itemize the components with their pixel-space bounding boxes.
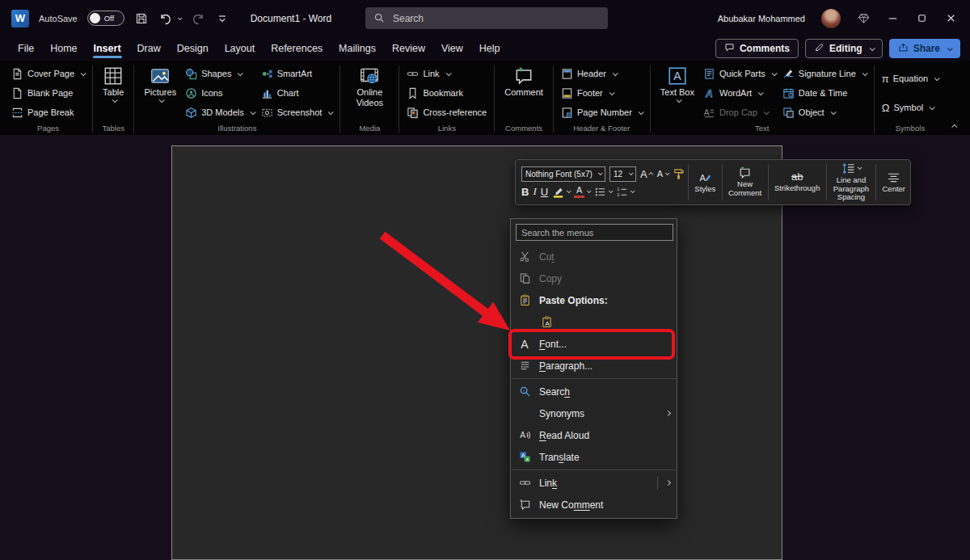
- line-spacing-button[interactable]: Line and Paragraph Spacing: [829, 160, 874, 204]
- avatar[interactable]: [821, 9, 841, 28]
- tab-layout[interactable]: Layout: [217, 38, 264, 59]
- tab-home[interactable]: Home: [42, 38, 85, 59]
- share-button[interactable]: Share: [889, 39, 960, 58]
- screenshot-button[interactable]: Screenshot: [258, 104, 336, 121]
- signature-line-icon: [782, 68, 795, 80]
- autosave-toggle[interactable]: Off: [87, 11, 124, 26]
- smartart-button[interactable]: SmartArt: [258, 65, 336, 82]
- svg-text:A: A: [545, 320, 550, 327]
- word-logo-icon[interactable]: W: [11, 10, 29, 27]
- menu-item-search[interactable]: i Search: [511, 381, 677, 402]
- close-button[interactable]: [944, 12, 957, 25]
- bold-button[interactable]: B: [521, 186, 529, 198]
- bullets-button[interactable]: [594, 186, 612, 198]
- gem-icon[interactable]: [857, 12, 870, 25]
- tab-view[interactable]: View: [433, 38, 471, 59]
- menu-separator: [512, 469, 676, 470]
- page-number-button[interactable]: Page Number: [558, 104, 646, 121]
- document-page[interactable]: [171, 145, 782, 560]
- highlight-color-button[interactable]: [552, 186, 570, 198]
- drop-cap-button[interactable]: A Drop Cap: [700, 104, 779, 121]
- menu-item-synonyms[interactable]: Synonyms: [511, 402, 677, 424]
- new-comment-button[interactable]: New Comment: [724, 160, 766, 204]
- shrink-font-button[interactable]: A: [657, 169, 668, 179]
- comment-button[interactable]: Comment: [499, 63, 549, 123]
- italic-button[interactable]: I: [533, 185, 536, 198]
- comments-button[interactable]: Comments: [715, 39, 799, 58]
- tab-insert[interactable]: Insert: [86, 38, 129, 59]
- tab-draw[interactable]: Draw: [129, 38, 169, 59]
- undo-chevron-icon[interactable]: [178, 15, 183, 20]
- font-size-select[interactable]: 12: [609, 166, 636, 182]
- 3d-models-button[interactable]: 3D Models: [182, 104, 258, 121]
- menu-item-copy[interactable]: Copy: [511, 267, 677, 289]
- menu-item-link[interactable]: Link: [511, 472, 677, 494]
- quick-access-overflow-icon[interactable]: [215, 11, 230, 26]
- format-painter-icon[interactable]: [673, 168, 685, 180]
- group-links: Link Bookmark Cross-reference Links: [403, 63, 490, 135]
- blank-page-button[interactable]: Blank Page: [8, 85, 88, 102]
- document-title: Document1 - Word: [251, 13, 331, 24]
- quick-parts-button[interactable]: Quick Parts: [700, 65, 779, 82]
- cover-page-button[interactable]: Cover Page: [8, 65, 88, 82]
- menu-item-paragraph[interactable]: Paragraph...: [511, 355, 677, 377]
- redo-icon[interactable]: [191, 11, 205, 26]
- tab-help[interactable]: Help: [471, 38, 508, 59]
- font-color-button[interactable]: A: [574, 186, 590, 198]
- maximize-button[interactable]: [915, 12, 928, 25]
- numbering-button[interactable]: 12: [616, 186, 634, 198]
- date-time-button[interactable]: Date & Time: [779, 85, 870, 102]
- blank-page-icon: [11, 87, 23, 99]
- menu-item-font[interactable]: A Font...: [511, 333, 677, 355]
- object-icon: [782, 107, 795, 119]
- menu-item-translate[interactable]: Aa Translate: [511, 446, 677, 468]
- center-button[interactable]: Center: [878, 160, 911, 204]
- editing-button[interactable]: Editing: [805, 39, 883, 58]
- save-icon[interactable]: [134, 11, 149, 26]
- chart-button[interactable]: Chart: [258, 85, 336, 102]
- pictures-button[interactable]: Pictures: [138, 63, 182, 123]
- styles-button[interactable]: A Styles: [690, 160, 720, 204]
- group-illustrations: Pictures Shapes Icons 3D Models: [138, 63, 335, 135]
- online-videos-button[interactable]: Online Videos: [344, 63, 394, 123]
- group-comments: Comment Comments: [499, 63, 549, 135]
- symbol-button[interactable]: Ω Symbol: [879, 99, 942, 116]
- shapes-button[interactable]: Shapes: [182, 65, 258, 82]
- strikethrough-button[interactable]: ab Strikethrough: [770, 160, 825, 204]
- grow-font-button[interactable]: A: [640, 168, 653, 180]
- tab-design[interactable]: Design: [169, 38, 217, 59]
- menu-item-cut[interactable]: Cut: [511, 246, 677, 267]
- smart-search-icon: i: [517, 385, 532, 398]
- svg-text:A: A: [704, 107, 710, 116]
- wordart-button[interactable]: A WordArt: [700, 85, 779, 102]
- paste-icon: [517, 294, 532, 306]
- page-break-button[interactable]: Page Break: [8, 104, 88, 121]
- footer-button[interactable]: Footer: [558, 85, 646, 102]
- menu-item-new-comment[interactable]: New Comment: [511, 494, 677, 516]
- tab-mailings[interactable]: Mailings: [331, 38, 384, 59]
- tab-references[interactable]: References: [263, 38, 331, 59]
- tab-review[interactable]: Review: [384, 38, 433, 59]
- text-box-button[interactable]: A Text Box: [655, 63, 700, 123]
- tab-file[interactable]: File: [10, 38, 42, 59]
- menu-item-read-aloud[interactable]: A Read Aloud: [511, 424, 677, 446]
- cross-reference-button[interactable]: Cross-reference: [403, 104, 490, 121]
- header-button[interactable]: Header: [558, 65, 646, 82]
- minimize-button[interactable]: [886, 12, 899, 25]
- text-box-icon: A: [667, 65, 688, 86]
- search-input[interactable]: [365, 7, 608, 29]
- icons-button[interactable]: Icons: [182, 85, 258, 102]
- table-button[interactable]: Table: [97, 63, 129, 123]
- font-name-select[interactable]: Nothing Font (5x7): [521, 166, 605, 182]
- link-button[interactable]: Link: [403, 65, 490, 82]
- collapse-ribbon-icon[interactable]: [951, 124, 957, 130]
- equation-button[interactable]: π Equation: [879, 70, 942, 87]
- menu-search-input[interactable]: [516, 224, 673, 241]
- paste-option-keep-text-only[interactable]: A: [511, 311, 677, 333]
- user-name[interactable]: Abubakar Mohammed: [718, 14, 805, 23]
- undo-icon[interactable]: [158, 11, 173, 26]
- bookmark-button[interactable]: Bookmark: [403, 85, 490, 102]
- object-button[interactable]: Object: [779, 104, 870, 121]
- signature-line-button[interactable]: Signature Line: [779, 65, 870, 82]
- underline-button[interactable]: U: [541, 186, 548, 198]
